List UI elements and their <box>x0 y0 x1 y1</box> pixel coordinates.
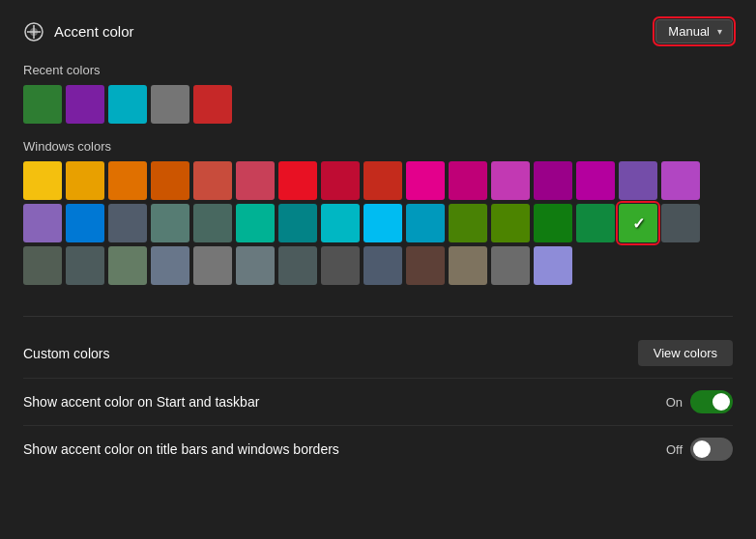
taskbar-toggle-thumb <box>712 393 730 411</box>
titlebar-toggle-track <box>690 438 733 461</box>
wc-swatch-18[interactable] <box>66 204 104 242</box>
wc-swatch-16[interactable] <box>661 161 700 200</box>
page-container: Accent color Manual ▾ Recent colors Wind… <box>0 0 756 539</box>
recent-colors-label: Recent colors <box>23 63 733 77</box>
dropdown-label: Manual <box>668 24 710 39</box>
wc-swatch-36[interactable] <box>151 246 189 285</box>
header-left: Accent color <box>23 21 134 43</box>
page-title: Accent color <box>54 23 134 40</box>
wc-swatch-40[interactable] <box>321 246 360 285</box>
wc-swatch-34[interactable] <box>66 246 104 285</box>
titlebar-toggle-label: Show accent color on title bars and wind… <box>23 441 339 457</box>
wc-swatch-38[interactable] <box>236 246 275 285</box>
wc-swatch-12[interactable] <box>491 161 530 200</box>
titlebar-toggle-row: Show accent color on title bars and wind… <box>23 426 733 472</box>
recent-colors-section: Recent colors <box>23 63 733 139</box>
wc-swatch-27[interactable] <box>449 204 487 242</box>
titlebar-toggle-thumb <box>693 440 711 458</box>
recent-swatch-1[interactable] <box>23 85 62 124</box>
svg-point-1 <box>30 28 38 36</box>
bottom-sections: Custom colors View colors Show accent co… <box>23 316 733 472</box>
titlebar-toggle-state: Off <box>666 442 683 457</box>
wc-swatch-30[interactable] <box>576 204 615 242</box>
wc-swatch-13[interactable] <box>534 161 572 200</box>
wc-swatch-23[interactable] <box>278 204 317 242</box>
wc-swatch-21[interactable] <box>193 204 232 242</box>
recent-swatch-4[interactable] <box>151 85 189 124</box>
wc-swatch-3[interactable] <box>108 161 147 200</box>
wc-swatch-29[interactable] <box>534 204 572 242</box>
wc-swatch-5[interactable] <box>193 161 232 200</box>
taskbar-toggle-row: Show accent color on Start and taskbar O… <box>23 379 733 426</box>
wc-swatch-19[interactable] <box>108 204 147 242</box>
view-colors-button[interactable]: View colors <box>638 340 733 366</box>
wc-swatch-7[interactable] <box>278 161 317 200</box>
wc-swatch-selected[interactable]: ✓ <box>619 204 657 242</box>
recent-swatch-3[interactable] <box>108 85 147 124</box>
wc-swatch-17[interactable] <box>23 204 62 242</box>
wc-swatch-33[interactable] <box>23 246 62 285</box>
wc-swatch-15[interactable] <box>619 161 657 200</box>
wc-swatch-6[interactable] <box>236 161 275 200</box>
chevron-down-icon: ▾ <box>717 26 722 37</box>
selected-checkmark: ✓ <box>632 214 645 233</box>
windows-colors-grid: ✓ <box>23 161 733 285</box>
custom-colors-label: Custom colors <box>23 346 109 361</box>
header-row: Accent color Manual ▾ <box>23 19 733 43</box>
manual-dropdown[interactable]: Manual ▾ <box>655 19 733 43</box>
wc-swatch-43[interactable] <box>449 246 487 285</box>
wc-swatch-4[interactable] <box>151 161 189 200</box>
titlebar-toggle[interactable] <box>690 438 733 461</box>
accent-color-icon <box>23 21 44 43</box>
wc-swatch-45[interactable] <box>534 246 572 285</box>
wc-swatch-26[interactable] <box>406 204 445 242</box>
wc-swatch-28[interactable] <box>491 204 530 242</box>
wc-swatch-35[interactable] <box>108 246 147 285</box>
wc-swatch-24[interactable] <box>321 204 360 242</box>
wc-swatch-14[interactable] <box>576 161 615 200</box>
taskbar-toggle-container: On <box>666 390 733 413</box>
taskbar-toggle-state: On <box>666 395 683 410</box>
wc-swatch-11[interactable] <box>449 161 487 200</box>
wc-swatch-37[interactable] <box>193 246 232 285</box>
windows-colors-section: Windows colors <box>23 139 733 300</box>
wc-swatch-39[interactable] <box>278 246 317 285</box>
wc-swatch-41[interactable] <box>363 246 402 285</box>
wc-swatch-10[interactable] <box>406 161 445 200</box>
recent-swatch-5[interactable] <box>193 85 232 124</box>
taskbar-toggle-track <box>690 390 733 413</box>
taskbar-toggle-label: Show accent color on Start and taskbar <box>23 394 259 410</box>
wc-swatch-44[interactable] <box>491 246 530 285</box>
custom-colors-row: Custom colors View colors <box>23 328 733 379</box>
wc-swatch-22[interactable] <box>236 204 275 242</box>
wc-swatch-42[interactable] <box>406 246 445 285</box>
wc-swatch-32[interactable] <box>661 204 700 242</box>
taskbar-toggle[interactable] <box>690 390 733 413</box>
windows-colors-label: Windows colors <box>23 139 733 154</box>
wc-swatch-1[interactable] <box>23 161 62 200</box>
wc-swatch-25[interactable] <box>363 204 402 242</box>
wc-swatch-20[interactable] <box>151 204 189 242</box>
wc-swatch-8[interactable] <box>321 161 360 200</box>
wc-swatch-9[interactable] <box>363 161 402 200</box>
titlebar-toggle-container: Off <box>666 438 733 461</box>
recent-swatch-2[interactable] <box>66 85 104 124</box>
wc-swatch-2[interactable] <box>66 161 104 200</box>
recent-colors-grid <box>23 85 733 124</box>
